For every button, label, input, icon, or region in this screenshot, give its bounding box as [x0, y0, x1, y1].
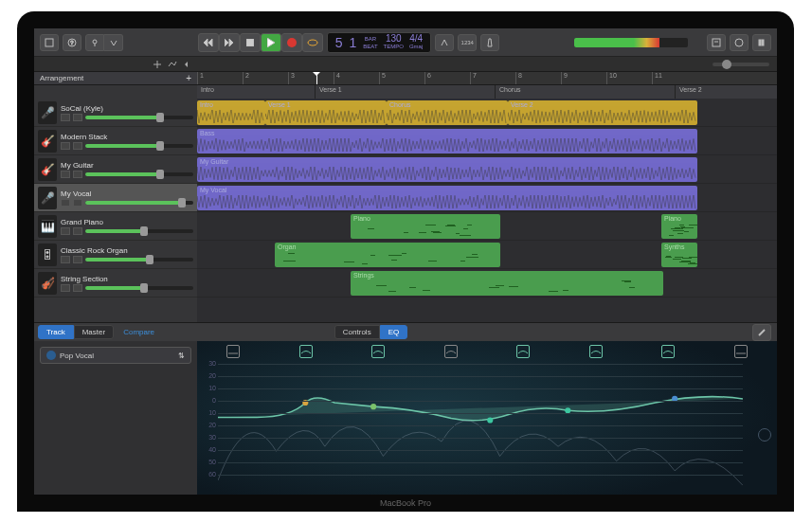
svg-line-6 [114, 41, 117, 45]
arrangement-marker[interactable]: Verse 2 [676, 85, 777, 99]
power-icon[interactable] [46, 351, 56, 360]
tuner-button[interactable] [435, 34, 454, 51]
mute-button[interactable] [61, 227, 70, 235]
view-tab-eq[interactable]: EQ [380, 325, 408, 339]
add-marker-button[interactable]: + [186, 73, 191, 83]
cycle-button[interactable] [302, 33, 323, 52]
region[interactable]: Bass [197, 129, 697, 153]
region[interactable]: My Guitar [197, 157, 697, 182]
notepad-button[interactable] [707, 34, 726, 51]
track-header[interactable]: 🎻String Section [34, 269, 197, 298]
playhead[interactable] [316, 72, 317, 84]
eq-band-button[interactable] [734, 345, 748, 358]
headphones-button[interactable] [73, 142, 82, 150]
region[interactable]: Strings [351, 271, 663, 296]
eq-graph[interactable]: 302010010203040506020501002005001k2k5k10… [218, 364, 743, 491]
track-lanes[interactable]: IntroVerse 1ChorusVerse 2BassMy GuitarMy… [197, 99, 777, 322]
forward-button[interactable] [219, 33, 240, 52]
eq-band-button[interactable] [516, 345, 530, 358]
region-label: Synths [664, 243, 695, 250]
eq-band-button[interactable] [589, 345, 603, 358]
region[interactable]: Verse 2 [508, 100, 697, 125]
track-header[interactable]: 🎤SoCal (Kyle) [34, 99, 197, 127]
mute-button[interactable] [61, 284, 70, 292]
catch-icon[interactable] [182, 59, 193, 70]
compare-button[interactable]: Compare [117, 326, 160, 338]
region[interactable]: Chorus [387, 100, 508, 125]
smartcontrols-button[interactable] [85, 34, 104, 51]
tab-track[interactable]: Track [38, 325, 74, 339]
track-header[interactable]: 🎹Grand Piano [34, 212, 197, 241]
region[interactable]: Piano [351, 214, 500, 239]
preset-selector[interactable]: Pop Vocal ⇅ [40, 347, 191, 364]
region[interactable]: Verse 1 [265, 100, 387, 125]
master-volume[interactable] [574, 38, 688, 47]
region[interactable]: My Vocal [197, 186, 697, 210]
play-button[interactable] [261, 33, 281, 52]
headphones-button[interactable] [73, 284, 82, 292]
headphones-button[interactable] [73, 199, 82, 207]
svg-point-25 [487, 417, 493, 423]
tab-master[interactable]: Master [74, 325, 114, 339]
headphones-button[interactable] [73, 171, 82, 178]
draw-tool-button[interactable] [752, 324, 771, 341]
arrangement-marker[interactable]: Chorus [496, 85, 676, 99]
quickhelp-button[interactable]: ? [63, 34, 81, 51]
region[interactable]: Synths [661, 243, 697, 267]
track-header[interactable]: 🎤My Vocal [34, 184, 197, 212]
record-button[interactable] [281, 33, 302, 52]
loops-browser-button[interactable] [730, 34, 749, 51]
eq-band-button[interactable] [226, 345, 240, 358]
eq-band-button[interactable] [444, 345, 458, 358]
band-shape-icon [590, 348, 602, 355]
mute-button[interactable] [61, 114, 70, 121]
media-browser-button[interactable] [752, 34, 771, 51]
headphones-button[interactable] [73, 256, 82, 263]
ruler-tick: 2 [243, 72, 249, 84]
countoff-button[interactable]: 1234 [458, 34, 477, 51]
headphones-button[interactable] [73, 227, 82, 235]
mute-button[interactable] [61, 256, 70, 263]
mute-button[interactable] [61, 142, 70, 150]
eq-panel[interactable]: 302010010203040506020501002005001k2k5k10… [197, 341, 777, 496]
region[interactable]: Organ [275, 243, 500, 267]
mute-button[interactable] [61, 199, 70, 207]
eq-band-button[interactable] [371, 345, 385, 358]
volume-slider[interactable] [85, 116, 193, 119]
rewind-button[interactable] [198, 33, 219, 52]
gain-knob[interactable] [758, 428, 771, 442]
volume-slider[interactable] [85, 229, 193, 233]
ruler-tick: 6 [424, 72, 431, 84]
time-sig[interactable]: 4/4 [409, 35, 423, 43]
region[interactable]: Intro [197, 100, 265, 125]
eq-band-button[interactable] [661, 345, 675, 358]
metronome-button[interactable] [480, 34, 499, 51]
tempo-value[interactable]: 130 [386, 35, 402, 43]
volume-slider[interactable] [85, 258, 193, 262]
view-tab-controls[interactable]: Controls [334, 325, 380, 339]
region[interactable]: Piano [661, 214, 697, 239]
volume-slider[interactable] [85, 286, 193, 290]
volume-slider[interactable] [85, 201, 193, 205]
svg-rect-0 [45, 39, 53, 46]
volume-slider[interactable] [85, 144, 193, 148]
track-header[interactable]: 🎛Classic Rock Organ [34, 241, 197, 269]
stop-button[interactable] [240, 33, 261, 52]
automation-icon[interactable] [167, 59, 178, 70]
add-track-button[interactable] [152, 59, 163, 70]
track-header[interactable]: 🎸Modern Stack [34, 127, 197, 155]
track-name: My Vocal [61, 189, 193, 198]
headphones-button[interactable] [73, 114, 82, 121]
arrangement-marker[interactable]: Verse 1 [316, 85, 496, 99]
horizontal-zoom[interactable] [197, 57, 777, 71]
lcd-display[interactable]: 5 1 BARBEAT 130TEMPO 4/4Gmaj [327, 32, 432, 53]
mute-button[interactable] [61, 171, 70, 178]
key-sig[interactable]: Gmaj [409, 43, 423, 50]
eq-band-button[interactable] [299, 345, 313, 358]
track-header[interactable]: 🎸My Guitar [34, 155, 197, 184]
editors-button[interactable] [104, 34, 123, 51]
timeline-ruler[interactable]: IntroVerse 1ChorusVerse 2 1234567891011 [197, 72, 777, 84]
arrangement-marker[interactable]: Intro [197, 85, 316, 99]
library-button[interactable] [40, 34, 59, 51]
volume-slider[interactable] [85, 172, 193, 176]
